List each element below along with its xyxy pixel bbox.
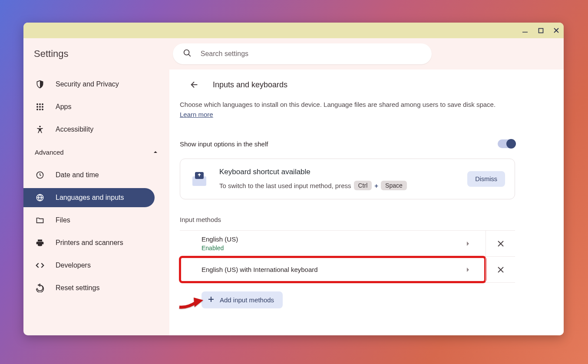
key-space: Space: [381, 181, 407, 190]
shortcut-card: Keyboard shortcut available To switch to…: [180, 159, 515, 199]
dismiss-button[interactable]: Dismiss: [467, 171, 505, 187]
window-titlebar: [23, 23, 564, 38]
search-icon: [182, 48, 192, 60]
chevron-right-icon: [464, 241, 472, 246]
input-method-main[interactable]: English (US) Enabled: [180, 231, 486, 256]
sidebar-item-printers-scanners[interactable]: Printers and scanners: [23, 233, 169, 252]
shortcut-card-title: Keyboard shortcut available: [219, 168, 457, 176]
shield-icon: [35, 79, 45, 89]
shortcut-card-subtitle: To switch to the last used input method,…: [219, 181, 457, 190]
sidebar-item-security-privacy[interactable]: Security and Privacy: [23, 75, 169, 94]
input-method-name: English (US): [202, 235, 238, 243]
app-title: Settings: [34, 48, 69, 60]
sidebar-item-languages-inputs[interactable]: Languages and inputs: [23, 188, 155, 207]
page-title: Inputs and keyboards: [213, 80, 287, 89]
svg-point-13: [39, 109, 41, 110]
reset-icon: [35, 283, 45, 293]
add-button-label: Add input methods: [220, 296, 274, 304]
folder-icon: [35, 215, 45, 225]
key-ctrl: Ctrl: [354, 181, 372, 190]
sidebar-item-label: Files: [56, 216, 70, 224]
page-description: Choose which languages to install on thi…: [180, 100, 515, 119]
sidebar-item-files[interactable]: Files: [23, 211, 169, 230]
sidebar-item-label: Printers and scanners: [56, 239, 123, 247]
svg-point-14: [42, 109, 43, 110]
sidebar-item-developers[interactable]: Developers: [23, 256, 169, 275]
grid-icon: [35, 102, 45, 112]
sidebar-item-label: Apps: [56, 103, 71, 111]
sidebar-section-label: Advanced: [35, 149, 64, 156]
input-method-row: English (US) Enabled: [180, 231, 515, 257]
remove-input-method-button[interactable]: [493, 236, 509, 251]
svg-point-12: [36, 109, 38, 110]
printer-icon: [35, 238, 45, 248]
chevron-up-icon: [153, 149, 158, 156]
svg-point-9: [36, 106, 38, 108]
remove-input-method-button[interactable]: [493, 262, 509, 278]
svg-point-7: [39, 103, 41, 105]
sidebar-item-label: Accessibility: [56, 126, 93, 133]
sidebar-item-accessibility[interactable]: Accessibility: [23, 120, 169, 139]
globe-icon: [35, 192, 45, 203]
input-methods-list: English (US) Enabled English (US) with I…: [180, 230, 515, 283]
sidebar-item-label: Security and Privacy: [56, 80, 119, 88]
clock-icon: [35, 170, 45, 180]
sidebar-item-label: Languages and inputs: [56, 194, 124, 202]
shelf-setting-toggle[interactable]: [498, 139, 515, 148]
sidebar-item-date-time[interactable]: Date and time: [23, 165, 169, 185]
search-input[interactable]: [201, 50, 422, 58]
sidebar-item-reset-settings[interactable]: Reset settings: [23, 278, 169, 298]
svg-point-10: [39, 106, 41, 108]
svg-point-15: [39, 126, 41, 128]
search-box[interactable]: [173, 43, 432, 64]
back-button[interactable]: [187, 77, 202, 93]
svg-point-6: [36, 103, 38, 105]
shelf-setting-label: Show input options in the shelf: [180, 140, 268, 148]
svg-rect-1: [538, 28, 543, 33]
svg-line-5: [188, 54, 190, 56]
sidebar-item-label: Reset settings: [56, 284, 99, 292]
app-header: Settings: [23, 38, 564, 69]
input-methods-label: Input methods: [180, 216, 515, 223]
svg-point-8: [42, 103, 43, 105]
learn-more-link[interactable]: Learn more: [180, 111, 213, 118]
sidebar-item-label: Date and time: [56, 171, 99, 179]
sidebar-item-apps[interactable]: Apps: [23, 97, 169, 116]
svg-point-11: [42, 106, 43, 108]
maximize-button[interactable]: [538, 27, 544, 33]
accessibility-icon: [35, 124, 45, 135]
chevron-right-icon: [464, 267, 472, 272]
key-separator: +: [374, 182, 378, 189]
sidebar-item-label: Developers: [56, 261, 91, 269]
input-method-main[interactable]: English (US) with International keyboard: [180, 257, 486, 282]
sidebar: Security and Privacy Apps Accessibility …: [23, 69, 169, 335]
minimize-button[interactable]: [522, 27, 528, 33]
plus-icon: [208, 296, 215, 304]
input-method-name: English (US) with International keyboard: [202, 266, 318, 273]
close-button[interactable]: [553, 27, 559, 33]
input-method-status: Enabled: [202, 245, 238, 251]
add-input-methods-button[interactable]: Add input methods: [202, 291, 283, 308]
main-content: Inputs and keyboards Choose which langua…: [169, 69, 564, 335]
input-method-row: English (US) with International keyboard: [180, 257, 515, 283]
keyboard-shortcut-icon: [190, 169, 209, 189]
code-icon: [35, 260, 45, 271]
sidebar-section-advanced[interactable]: Advanced: [23, 142, 169, 162]
